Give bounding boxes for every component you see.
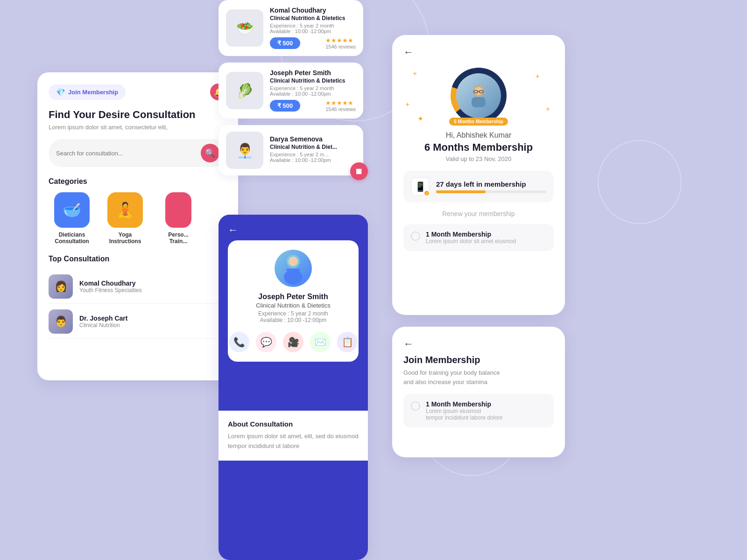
category-item-personal[interactable]: Perso...Train... xyxy=(155,192,202,245)
consult-spec: Clinical Nutrition xyxy=(79,322,127,329)
plus-icon: + xyxy=(405,100,409,109)
result-image: 🥬 xyxy=(226,72,263,109)
star-rating: ★★★★★ xyxy=(325,37,356,44)
result-avatar: 🥬 xyxy=(226,72,263,109)
membership-option-title: 1 Month Membership xyxy=(426,231,516,238)
rating-info: ★★★★★ 1546 reviews xyxy=(325,99,356,112)
stop-icon[interactable]: ⏹ xyxy=(350,162,368,180)
join-membership-title: Join Membership xyxy=(403,355,554,365)
plus-icon: + xyxy=(546,105,550,113)
search-bar: 🔍 xyxy=(49,139,227,167)
doctor-avatar-svg xyxy=(277,252,310,285)
home-screen-card: 💎 Join Membership 🔔 8 Find Your Desire C… xyxy=(37,72,238,380)
badge-ring-wrapper: 6 Months Membership xyxy=(451,68,507,124)
search-result-item[interactable]: 👨‍💼 Darya Semenova Clinical Nutrition & … xyxy=(218,125,363,175)
search-results-card: 🥗 Komal Choudhary Clinical Nutrition & D… xyxy=(218,0,363,205)
doctor-avatar xyxy=(275,250,312,287)
join-membership-button[interactable]: 💎 Join Membership xyxy=(49,84,126,100)
membership-valid-date: Valid up to 23 Nov, 2020 xyxy=(403,155,554,162)
membership-option-radio[interactable] xyxy=(411,231,420,241)
price-badge[interactable]: ₹ 500 xyxy=(270,37,300,49)
join-membership-card: ← Join Membership Good for training your… xyxy=(392,327,565,457)
action-icons-row: 📞 💬 🎥 ✉️ 📋 xyxy=(229,332,358,352)
phone-action-button[interactable]: 📞 xyxy=(229,332,249,352)
days-info: 27 days left in membership xyxy=(436,180,546,193)
progress-fill xyxy=(436,190,486,193)
home-title: Find Your Desire Consultation xyxy=(49,109,227,121)
join-membership-label: Join Membership xyxy=(68,89,118,96)
back-button[interactable]: ← xyxy=(228,224,238,236)
doctor-avail: Available : 10:00 -12:00pm xyxy=(260,317,327,323)
search-result-item[interactable]: 🥬 Joseph Peter Smith Clinical Nutrition … xyxy=(218,63,363,119)
review-count: 1546 reviews xyxy=(325,106,356,112)
record-action-button[interactable]: 📋 xyxy=(337,332,358,352)
membership-back-button[interactable]: ← xyxy=(403,46,414,58)
renew-label: Renew your membership xyxy=(403,210,554,217)
category-item-yoga[interactable]: 🧘 YogaInstructions xyxy=(102,192,148,245)
progress-bar xyxy=(436,190,546,193)
membership-option-info: 1 Month Membership Lorem ipsum dolor sit… xyxy=(426,231,516,245)
price-badge[interactable]: ₹ 500 xyxy=(270,100,300,112)
consult-name: Komal Choudhary xyxy=(79,280,142,287)
list-item[interactable]: 👨 Dr. Joseph Cart Clinical Nutrition xyxy=(49,305,227,339)
join-option-desc: Lorem ipsum eiusmodtempor incididunt lab… xyxy=(426,408,503,421)
result-avatar: 👨‍💼 xyxy=(226,132,263,169)
result-footer: ₹ 500 ★★★★★ 1546 reviews xyxy=(270,99,356,112)
doctor-profile-card: ← Joseph Peter Smith Clinical Nutrition … xyxy=(218,215,368,560)
days-left-text: 27 days left in membership xyxy=(436,180,546,188)
result-exp: Experience : 5 year 2 month xyxy=(270,85,356,91)
home-header: 💎 Join Membership 🔔 8 xyxy=(49,84,227,100)
search-input[interactable] xyxy=(56,150,196,157)
home-subtitle: Lorem ipsum dolor sit amet, consectetur … xyxy=(49,124,227,131)
doctor-exp: Experience : 5 year 2 month xyxy=(258,310,328,317)
list-item[interactable]: 👩 Komal Choudhary Youth Fitness Specialt… xyxy=(49,270,227,304)
result-footer: ₹ 500 ★★★★★ 1546 reviews xyxy=(270,37,356,49)
result-name: Komal Choudhary xyxy=(270,7,356,14)
search-button[interactable]: 🔍 xyxy=(201,144,219,162)
category-label-yoga: YogaInstructions xyxy=(109,231,141,245)
membership-content: ← + + + + ✦ xyxy=(392,35,565,265)
avatar: 👨 xyxy=(49,309,73,334)
search-result-item[interactable]: 🥗 Komal Choudhary Clinical Nutrition & D… xyxy=(218,0,363,56)
svg-point-1 xyxy=(284,270,303,285)
consult-info: Dr. Joseph Cart Clinical Nutrition xyxy=(79,315,127,329)
result-info: Komal Choudhary Clinical Nutrition & Die… xyxy=(270,7,356,49)
join-membership-desc: Good for training your body balanceand a… xyxy=(403,368,554,386)
member-avatar-svg xyxy=(462,79,495,112)
diamond-icon: 💎 xyxy=(56,88,65,97)
chat-action-button[interactable]: 💬 xyxy=(256,332,276,352)
membership-option-item[interactable]: 1 Month Membership Lorem ipsum dolor sit… xyxy=(403,224,554,251)
result-availability: Available : 10:00 -12:00pm xyxy=(270,157,356,163)
result-info: Darya Semenova Clinical Nutrition & Diet… xyxy=(270,135,356,166)
doctor-spec: Clinical Nutrition & Dietetics xyxy=(256,302,331,309)
category-item-dieticians[interactable]: 🥣 DieticiansConsultation xyxy=(49,192,95,245)
result-spec: Clinical Nutrition & Diet... xyxy=(270,144,356,150)
profile-bottom: About Consultation Lorem ipsum dolor sit… xyxy=(218,411,368,461)
dieticians-icon: 🥣 xyxy=(54,192,90,228)
membership-card: ← + + + + ✦ xyxy=(392,35,565,315)
consultation-list: 👩 Komal Choudhary Youth Fitness Specialt… xyxy=(49,270,227,339)
category-label-personal: Perso...Train... xyxy=(168,231,188,245)
join-back-button[interactable]: ← xyxy=(403,338,414,350)
result-exp: Experience : 5 year 2 m... xyxy=(270,152,356,157)
join-option-item[interactable]: 1 Month Membership Lorem ipsum eiusmodte… xyxy=(403,394,554,427)
personal-training-icon xyxy=(165,192,191,228)
about-consultation-label: About Consultation xyxy=(228,420,359,428)
yoga-icon: 🧘 xyxy=(107,192,143,228)
membership-plan-name: 6 Months Membership xyxy=(403,141,554,154)
avatar-image: 👨 xyxy=(49,309,73,334)
result-image: 👨‍💼 xyxy=(226,132,263,169)
membership-ribbon-label: 6 Months Membership xyxy=(449,118,508,126)
email-action-button[interactable]: ✉️ xyxy=(310,332,331,352)
result-image: 🥗 xyxy=(226,9,263,47)
join-option-radio[interactable] xyxy=(411,401,420,411)
svg-rect-3 xyxy=(286,269,300,271)
result-name: Joseph Peter Smith xyxy=(270,69,356,77)
result-avatar: 🥗 xyxy=(226,9,263,47)
consult-spec: Youth Fitness Specialties xyxy=(79,287,142,294)
result-name: Darya Semenova xyxy=(270,135,356,143)
video-action-button[interactable]: 🎥 xyxy=(283,332,303,352)
membership-avatar-section: + + + + ✦ xyxy=(403,68,554,124)
svg-rect-5 xyxy=(472,97,486,107)
result-availability: Available : 10:00 -12:00pm xyxy=(270,28,356,34)
